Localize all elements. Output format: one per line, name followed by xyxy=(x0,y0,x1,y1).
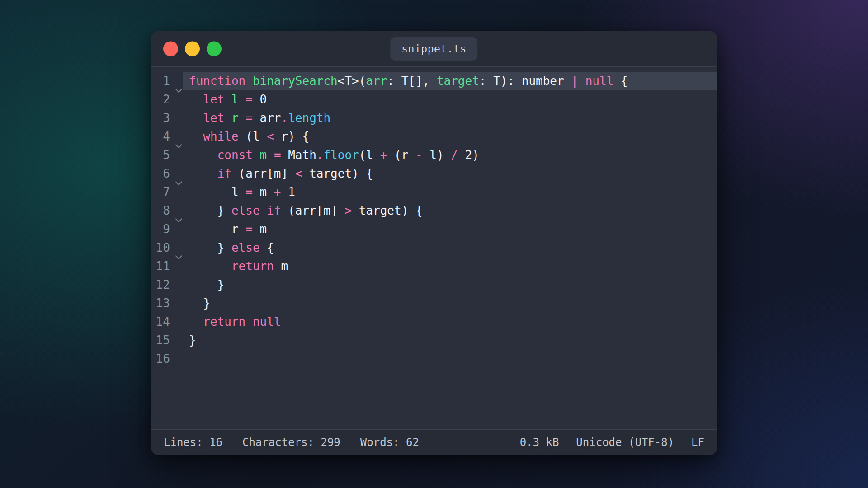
code-line[interactable]: 11 return m xyxy=(151,257,717,276)
status-right: 0.3 kB Unicode (UTF-8) LF xyxy=(520,436,704,449)
line-number: 7 xyxy=(151,183,170,202)
status-encoding: Unicode (UTF-8) xyxy=(576,436,674,449)
code-line[interactable]: 1function binarySearch<T>(arr: T[], targ… xyxy=(151,72,717,90)
traffic-lights xyxy=(163,42,222,56)
code-line[interactable]: 14 return null xyxy=(151,313,717,331)
code-line[interactable]: 12 } xyxy=(151,276,717,294)
code-line[interactable]: 2 let l = 0 xyxy=(151,90,717,109)
code-text[interactable]: function binarySearch<T>(arr: T[], targe… xyxy=(183,72,717,90)
line-number: 13 xyxy=(151,294,170,313)
line-number: 10 xyxy=(151,239,170,257)
line-number: 1 xyxy=(151,72,170,90)
line-number: 16 xyxy=(151,350,170,368)
code-text[interactable]: } xyxy=(183,331,717,350)
close-button[interactable] xyxy=(163,42,178,56)
code-text[interactable]: while (l < r) { xyxy=(183,127,717,146)
code-line[interactable]: 7 l = m + 1 xyxy=(151,183,717,202)
status-bar: Lines: 16 Characters: 299 Words: 62 0.3 … xyxy=(151,429,717,455)
code-text[interactable]: r = m xyxy=(183,220,717,239)
editor-window: snippet.ts 1function binarySearch<T>(arr… xyxy=(151,31,717,455)
code-lines: 1function binarySearch<T>(arr: T[], targ… xyxy=(151,72,717,368)
line-number: 12 xyxy=(151,276,170,294)
code-editor[interactable]: 1function binarySearch<T>(arr: T[], targ… xyxy=(151,67,717,429)
status-left: Lines: 16 Characters: 299 Words: 62 xyxy=(164,436,419,449)
line-number: 14 xyxy=(151,313,170,331)
code-line[interactable]: 8 } else if (arr[m] > target) { xyxy=(151,202,717,220)
line-number: 4 xyxy=(151,127,170,146)
file-tab-label: snippet.ts xyxy=(401,43,466,55)
line-number: 8 xyxy=(151,202,170,220)
code-line[interactable]: 13 } xyxy=(151,294,717,313)
code-line[interactable]: 16 xyxy=(151,350,717,368)
line-number: 15 xyxy=(151,331,170,350)
status-characters: Characters: 299 xyxy=(242,436,340,449)
code-line[interactable]: 5 const m = Math.floor(l + (r - l) / 2) xyxy=(151,146,717,164)
status-eol: LF xyxy=(691,436,704,449)
zoom-button[interactable] xyxy=(207,42,222,56)
code-text[interactable]: let r = arr.length xyxy=(183,109,717,127)
line-number: 3 xyxy=(151,109,170,127)
line-number: 6 xyxy=(151,164,170,183)
code-line[interactable]: 10 } else { xyxy=(151,239,717,257)
line-number: 11 xyxy=(151,257,170,276)
minimize-button[interactable] xyxy=(185,42,200,56)
code-line[interactable]: 3 let r = arr.length xyxy=(151,109,717,127)
code-line[interactable]: 15} xyxy=(151,331,717,350)
status-lines: Lines: 16 xyxy=(164,436,222,449)
line-number: 5 xyxy=(151,146,170,164)
code-text[interactable]: return m xyxy=(183,257,717,276)
file-tab[interactable]: snippet.ts xyxy=(390,37,477,61)
code-text[interactable]: } else { xyxy=(183,239,717,257)
code-text[interactable]: const m = Math.floor(l + (r - l) / 2) xyxy=(183,146,717,164)
code-text[interactable]: l = m + 1 xyxy=(183,183,717,202)
status-words: Words: 62 xyxy=(360,436,419,449)
code-text[interactable]: if (arr[m] < target) { xyxy=(183,164,717,183)
code-text[interactable]: } xyxy=(183,276,717,294)
code-text[interactable]: } xyxy=(183,294,717,313)
title-bar: snippet.ts xyxy=(151,31,717,67)
status-file-size: 0.3 kB xyxy=(520,436,559,449)
code-line[interactable]: 9 r = m xyxy=(151,220,717,239)
code-text[interactable]: return null xyxy=(183,313,717,331)
code-line[interactable]: 6 if (arr[m] < target) { xyxy=(151,164,717,183)
code-line[interactable]: 4 while (l < r) { xyxy=(151,127,717,146)
code-text[interactable]: let l = 0 xyxy=(183,90,717,109)
code-text[interactable]: } else if (arr[m] > target) { xyxy=(183,202,717,220)
line-number: 2 xyxy=(151,90,170,109)
line-number: 9 xyxy=(151,220,170,239)
